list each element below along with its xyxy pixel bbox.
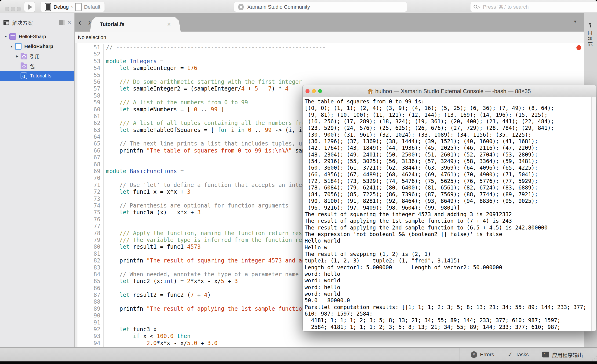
code-text: /// The variable type is inferred from t… [104, 237, 336, 244]
external-console-window[interactable]: huihoo — Xamarin Studio External Console… [302, 85, 596, 332]
terminal-output: The table of squares from 0 to 99 is:[(0… [303, 97, 592, 331]
terminal-titlebar[interactable]: huihoo — Xamarin Studio External Console… [303, 85, 596, 97]
desktop-background-strip [0, 361, 597, 364]
tree-item--[interactable]: 包 [0, 61, 74, 71]
navigate-back-button[interactable]: ‹ [75, 13, 85, 32]
errors-label: Errors [480, 352, 494, 358]
code-text: // Parenthesis are optional for function… [104, 202, 288, 209]
code-text: let result2 = func2 (7 + 4) [104, 292, 211, 299]
code-line-55[interactable]: 55 [75, 72, 584, 79]
code-text: if x < 100.0 then [104, 333, 190, 340]
terminal-line: The table of squares from 0 to 99 is: [305, 98, 592, 105]
code-line-93[interactable]: 93 if x < 100.0 then [75, 333, 584, 340]
disclosure-down-icon[interactable]: ▼ [2, 35, 9, 38]
code-line-94[interactable]: 94 2.0*x*x - x/5.0 + 3.0 [75, 340, 584, 347]
main-toolbar: Debug › Default Xamarin Studio Community [0, 0, 597, 14]
tree-item-label: Tutorial.fs [30, 73, 51, 79]
tab-close-icon[interactable]: × [167, 21, 171, 28]
line-number: 71 [78, 182, 104, 189]
code-line-54[interactable]: 54 let sampleInteger = 176 [75, 65, 584, 71]
code-text [104, 216, 106, 223]
line-number: 79 [78, 237, 104, 244]
code-text [104, 175, 106, 182]
terminal-zoom-button[interactable] [318, 89, 322, 93]
dock-panel-icon[interactable] [59, 20, 64, 25]
terminal-line: (23, 529); (24, 576); (25, 625); (26, 67… [305, 125, 592, 131]
line-number: 59 [78, 99, 104, 106]
solution-pad-header: 解决方案 × [0, 13, 74, 32]
disclosure-right-icon[interactable]: ▶ [14, 54, 21, 58]
terminal-close-button[interactable] [306, 89, 309, 93]
tree-item-hellofsharp[interactable]: ▼HelloFSharp [0, 32, 74, 41]
code-text: /// A list of the numbers from 0 to 99 [104, 99, 248, 106]
line-number: 72 [78, 189, 104, 195]
line-number: 62 [78, 120, 104, 127]
code-line-51[interactable]: 51// -----------------------------------… [75, 44, 584, 51]
breadcrumb-text: No selection [78, 34, 106, 40]
line-number: 53 [78, 58, 104, 65]
error-marker-dot[interactable] [576, 45, 581, 50]
build-configuration-selector[interactable]: Debug › Default [40, 2, 105, 12]
application-output-pad-button[interactable]: >_ 应用程序输出 [542, 351, 583, 358]
terminal-line: The result of applying the 2nd sample fu… [305, 224, 592, 231]
code-text [104, 161, 106, 168]
line-number: 56 [78, 79, 104, 85]
tasks-pad-button[interactable]: ✓ Tasks [508, 351, 529, 358]
code-line-56[interactable]: 56 /// Do some arithmetic starting with … [75, 79, 584, 85]
ide-status-bar[interactable]: Xamarin Studio Community [234, 2, 407, 12]
dock-tab-toolbox[interactable]: 工具栏 [584, 22, 597, 47]
line-number: 68 [78, 161, 104, 168]
line-number: 73 [78, 196, 104, 202]
tree-item-tutorial-fs[interactable]: {}Tutorial.fs [0, 71, 74, 81]
run-button[interactable] [24, 2, 35, 12]
search-input[interactable] [482, 4, 596, 10]
code-line-53[interactable]: 53module Integers = [75, 58, 584, 65]
tree-item-hellofsharp[interactable]: ▼HelloFSharp [0, 41, 74, 51]
terminal-line: The result of swapping (1, 2) is (2, 1) [305, 251, 592, 257]
code-text: module BasicFunctions = [104, 168, 184, 175]
code-text [104, 113, 106, 120]
solution-tree: ▼HelloFSharp▼HelloFSharp▶引用包{}Tutorial.f… [0, 32, 74, 81]
line-number: 84 [78, 271, 104, 278]
tab-list-dropdown-icon[interactable]: ▼ [573, 19, 577, 24]
code-text [104, 223, 106, 230]
window-resize-grip[interactable] [591, 348, 597, 361]
window-close-button[interactable] [5, 7, 9, 11]
terminal-line: (90, 8100); (91, 8281); (92, 8464); (93,… [305, 198, 592, 204]
code-text [104, 285, 106, 292]
line-number: 60 [78, 106, 104, 113]
ide-status-text: Xamarin Studio Community [247, 4, 310, 10]
code-line-52[interactable]: 52 [75, 51, 584, 58]
code-text [104, 154, 106, 161]
close-pad-icon[interactable]: × [67, 19, 71, 26]
window-minimize-button[interactable] [11, 7, 15, 11]
line-number: 77 [78, 223, 104, 230]
global-search[interactable] [470, 2, 597, 12]
code-text [104, 72, 106, 79]
line-number: 54 [78, 65, 104, 71]
code-text: let func3 x = [104, 326, 164, 333]
errors-pad-button[interactable]: ✕ Errors [471, 351, 494, 358]
terminal-line: word: world [305, 291, 592, 297]
terminal-scrollbar[interactable] [591, 97, 596, 331]
terminal-minimize-button[interactable] [312, 89, 316, 93]
code-text: module Integers = [104, 58, 164, 65]
tasks-label: Tasks [516, 352, 529, 358]
code-text [104, 319, 106, 326]
code-text: let sampleNumbers = [ 0 .. 99 ] [104, 106, 224, 113]
breadcrumb-bar[interactable]: No selection [75, 32, 584, 43]
terminal-line: (48, 2304); (49, 2401); (50, 2500); (51,… [305, 151, 592, 158]
disclosure-down-icon[interactable]: ▼ [8, 44, 15, 48]
dock-tab-label: 工具栏 [587, 31, 594, 47]
terminal-line: (60, 3600); (61, 3721); (62, 3844); (63,… [305, 165, 592, 171]
line-number: 87 [78, 292, 104, 299]
tree-item--[interactable]: ▶引用 [0, 51, 74, 61]
search-icon [473, 4, 480, 10]
line-number: 86 [78, 285, 104, 292]
window-zoom-button[interactable] [17, 7, 21, 11]
line-number: 75 [78, 209, 104, 216]
terminal-line: Hello w [305, 244, 592, 251]
tab-tutorial-fs[interactable]: Tutorial.fs × [94, 17, 177, 32]
bottom-status-bar: ✕ Errors ✓ Tasks >_ 应用程序输出 [0, 347, 597, 361]
terminal-line: (30, 900); (31, 961); (32, 1024); (33, 1… [305, 131, 592, 138]
